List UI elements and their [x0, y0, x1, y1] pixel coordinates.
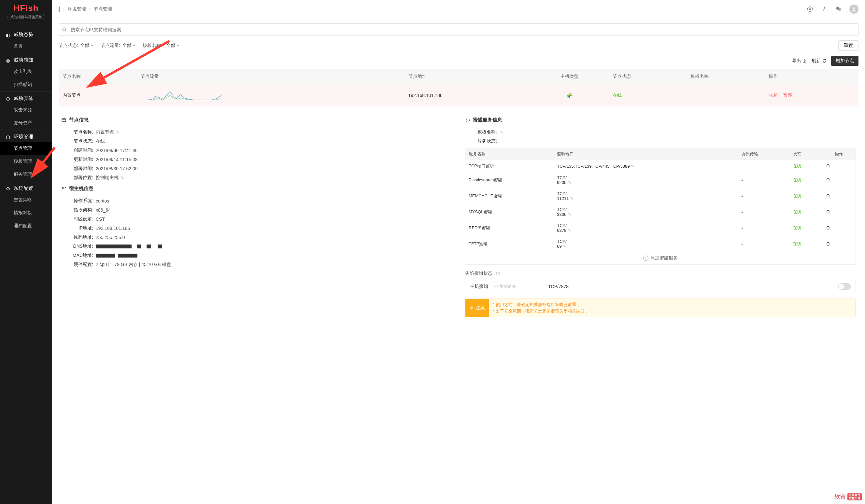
export-icon [803, 59, 807, 63]
filter-node-status[interactable]: 节点状态:全部▾ [59, 43, 93, 48]
rocket-icon[interactable] [821, 5, 828, 13]
svg-rect-19 [471, 307, 472, 308]
avatar[interactable] [849, 4, 858, 14]
decoy-toggle[interactable] [838, 283, 851, 290]
nav-group-system-config[interactable]: ⚙系统配置 [0, 181, 52, 194]
svc-port: TCP/ 69 ✎ [554, 236, 738, 252]
svc-ops [822, 220, 855, 236]
trash-icon[interactable] [826, 242, 852, 246]
add-node-button[interactable]: 增加节点 [831, 56, 858, 66]
sidebar-item-alert-policy[interactable]: 告警策略 [0, 194, 52, 207]
nav-group-env-manage[interactable]: ⬡环境管理 [0, 130, 52, 142]
sidebar-item-notify-config[interactable]: 通知配置 [0, 220, 52, 233]
cell-host-type: 🧩 [531, 84, 609, 107]
host-arch-value: x86_64 [96, 207, 111, 213]
host-mac-value [96, 254, 137, 258]
copy-command[interactable]: 复制命令 [494, 284, 516, 290]
svc-port: TCP/ 9200 ✎ [554, 172, 738, 188]
edit-icon[interactable]: ✎ [120, 175, 124, 180]
trash-icon[interactable] [826, 164, 852, 169]
list-actions: 导出 刷新 增加节点 [59, 56, 858, 66]
chat-icon[interactable] [835, 5, 842, 13]
node-create-value: 2021/08/30 17:41:46 [96, 148, 137, 153]
svg-line-7 [65, 30, 66, 31]
breadcrumb-parent[interactable]: 环境管理 [68, 6, 86, 12]
svg-point-3 [838, 8, 841, 10]
add-service-button[interactable]: +添加蜜罐服务 [465, 252, 856, 265]
notice-box: 注意 使用之前，请确定相关服务端口策略已放通； 出于安全原因，蜜饵分发完毕后请关… [465, 298, 856, 317]
filter-node-traffic[interactable]: 节点流量:全部▾ [101, 43, 135, 48]
edit-icon[interactable]: ✎ [499, 130, 504, 135]
chevron-down-icon: ▾ [133, 44, 135, 48]
export-action[interactable]: 导出 [792, 58, 807, 64]
svg-point-17 [495, 285, 498, 288]
node-table: 节点名称 节点流量 节点地址 主机类型 节点状态 模板名称 操作 内置节点 [59, 69, 858, 106]
reset-button[interactable]: 重置 [838, 40, 858, 51]
cell-node-name: 内置节点 [59, 84, 137, 107]
trash-icon[interactable] [826, 226, 852, 231]
svc-state: 在线 [789, 236, 822, 252]
svc-state: 在线 [789, 160, 822, 172]
chevron-right-icon: › [63, 7, 65, 12]
breadcrumb-current: 节点管理 [94, 6, 112, 12]
detail-panel: 节点信息 节点名称:内置节点✎ 节点状态:在线 创建时间:2021/08/30 … [59, 114, 858, 317]
edit-icon[interactable]: ✎ [563, 244, 566, 249]
nav-group-threat-entity[interactable]: ⬡威胁实体 [0, 91, 52, 104]
sidebar-item-scan-sense[interactable]: 扫描感知 [0, 78, 52, 91]
svc-state: 在线 [789, 220, 822, 236]
help-icon [494, 284, 498, 289]
sidebar-item-attack-list[interactable]: 攻击列表 [0, 65, 52, 78]
sidebar-item-service-manage[interactable]: 服务管理 [0, 168, 52, 181]
nav-group-threat-sense[interactable]: ◎威胁感知 [0, 53, 52, 65]
pause-action[interactable]: 暂停 [783, 93, 792, 98]
help-icon[interactable]: ? [496, 271, 500, 276]
filter-template-name[interactable]: 模板名称 全部▾ [143, 43, 179, 48]
edit-icon[interactable]: ✎ [631, 164, 634, 169]
nav: ◐威胁态势 首页 ◎威胁感知 攻击列表 扫描感知 ⬡威胁实体 攻击来源 账号资产… [0, 25, 52, 233]
svg-point-1 [809, 9, 810, 10]
trash-icon[interactable] [826, 210, 852, 214]
service-row: MEMCACHE蜜罐TCP/ 11211 ✎-在线 [465, 188, 856, 204]
edit-icon[interactable]: ✎ [570, 196, 574, 201]
edit-icon[interactable]: ✎ [568, 212, 571, 217]
svc-ops [822, 204, 855, 220]
disk-icon[interactable] [806, 5, 814, 13]
sidebar-item-template-manage[interactable]: 模板管理 [0, 155, 52, 168]
edit-icon[interactable]: ✎ [568, 228, 571, 233]
main: › 环境管理 › 节点管理 节点状态:全部▾ [52, 0, 865, 504]
svg-point-6 [62, 28, 66, 31]
host-hw-value: 2 cpu | 1.79 GB 内存 | 45.10 GB 磁盘 [96, 262, 171, 268]
svc-proto: - [738, 172, 789, 188]
trash-icon[interactable] [826, 194, 852, 199]
cell-addr: 192.168.101.186 [404, 84, 531, 107]
svg-rect-10 [62, 187, 63, 188]
cell-status: 在线 [609, 84, 687, 107]
sidebar-item-account-asset[interactable]: 账号资产 [0, 117, 52, 130]
nav-group-threat-situation[interactable]: ◐威胁态势 [0, 28, 52, 40]
edit-icon[interactable]: ✎ [568, 180, 571, 185]
chevron-down-icon: ▾ [177, 44, 179, 48]
sidebar-item-node-manage[interactable]: 节点管理 [0, 142, 52, 155]
sidebar-item-attack-source[interactable]: 攻击来源 [0, 104, 52, 117]
sidebar-item-home[interactable]: 首页 [0, 40, 52, 53]
refresh-action[interactable]: 刷新 [811, 58, 827, 64]
edit-icon[interactable]: ✎ [116, 130, 120, 135]
hexagon-icon: ⬡ [6, 96, 11, 101]
table-row[interactable]: 内置节点 192.168.101.186 🧩 在线 收起 [59, 84, 858, 107]
filters: 节点状态:全部▾ 节点流量:全部▾ 模板名称 全部▾ 重置 [59, 40, 858, 51]
service-row: TCP端口监听TCP/135,TCP/139,TCP/445,TCP/3389 … [465, 160, 856, 172]
chevron-right-icon: › [89, 7, 91, 12]
svc-ops [822, 188, 855, 204]
decoy-name: 主机蜜饵 [470, 284, 488, 290]
section-node-info: 节点信息 [61, 117, 452, 123]
trash-icon[interactable] [826, 178, 852, 183]
svc-ops [822, 160, 855, 172]
sidebar-item-intel-link[interactable]: 情报对接 [0, 207, 52, 220]
th-traffic: 节点流量 [137, 69, 404, 84]
search-input[interactable] [59, 23, 858, 36]
code-icon [465, 118, 470, 123]
collapse-action[interactable]: 收起 [769, 93, 778, 98]
svc-th-state: 状态 [789, 148, 822, 160]
host-tz-value: CST [96, 216, 105, 222]
th-ops: 操作 [765, 69, 858, 84]
